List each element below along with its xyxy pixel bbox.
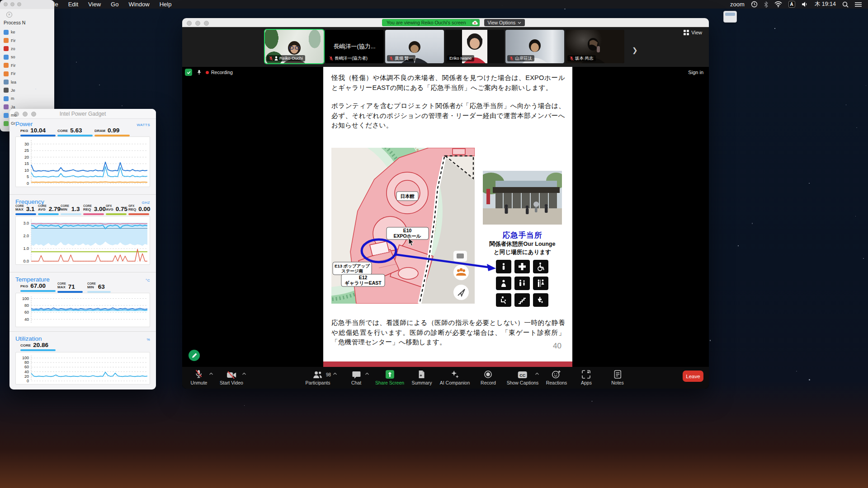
metric-value: 10.04	[30, 127, 46, 134]
participant-tile-yamagishi[interactable]: 山岸荘汰	[505, 30, 564, 63]
process-window-title: Process N	[4, 20, 25, 25]
temperature-title: Temperature	[15, 276, 50, 283]
stairs-icon	[514, 293, 530, 307]
bluetooth-icon[interactable]	[764, 1, 768, 8]
process-title-bar[interactable]	[0, 0, 54, 9]
expo-map: 日本館 E10 EXPOホール E13 ポップアップ ステージ南 E12 ギャラ…	[331, 148, 475, 304]
control-center-icon[interactable]	[855, 2, 862, 7]
pencil-icon	[192, 353, 197, 358]
process-name: Fir	[11, 63, 16, 68]
spotlight-icon[interactable]	[842, 1, 849, 8]
menu-view[interactable]: View	[83, 0, 106, 9]
captions-icon: CC	[518, 370, 528, 379]
participant-tile-hirohata[interactable]: 廣畑 賢一	[385, 30, 444, 63]
chat-icon	[352, 370, 361, 379]
svg-text:100: 100	[22, 296, 29, 301]
captions-options-chevron[interactable]	[535, 372, 539, 375]
zoom-window-controls[interactable]	[187, 21, 209, 26]
svg-text:30: 30	[24, 142, 29, 146]
app-icon	[4, 38, 9, 43]
wifi-icon[interactable]	[774, 1, 782, 7]
input-source-icon[interactable]: A	[788, 1, 795, 8]
annotate-pencil-button[interactable]	[189, 350, 200, 361]
app-icon	[4, 63, 9, 68]
menubar-clock[interactable]: 木 19:14	[815, 0, 836, 8]
share-screen-button[interactable]: Share Screen	[375, 370, 404, 385]
participant-tile-reiko[interactable]: Reiko Ouchi	[265, 30, 324, 63]
toolbar-label: Participants	[306, 380, 330, 385]
filmstrip-next-icon[interactable]: ❯	[632, 46, 638, 54]
start-video-button[interactable]: Start Video	[220, 370, 243, 385]
show-captions-button[interactable]: CC Show Captions	[507, 370, 539, 385]
chat-options-chevron[interactable]	[365, 372, 369, 375]
map-label-nihonkan: 日本館	[400, 193, 415, 199]
record-button[interactable]: Record	[481, 370, 496, 385]
muted-mic-icon	[509, 56, 514, 61]
app-icon	[4, 121, 9, 126]
metric-core-avg-ghz: COREAVG2.79	[38, 205, 59, 215]
unmute-options-chevron[interactable]	[209, 372, 213, 375]
muted-mic-icon	[570, 56, 574, 61]
toolbar-label: Show Captions	[507, 380, 539, 385]
reactions-icon	[552, 370, 561, 379]
toolbar-label: AI Companion	[440, 380, 470, 385]
toolbar-label: Record	[481, 380, 496, 385]
menu-help[interactable]: Help	[155, 0, 177, 9]
svg-text:5: 5	[27, 174, 29, 179]
summary-button[interactable]: Summary	[412, 370, 432, 385]
process-name: mo	[11, 113, 17, 117]
sign-in-link[interactable]: Sign in	[688, 70, 703, 75]
app-icon	[4, 80, 9, 84]
apps-button[interactable]: Apps	[581, 370, 592, 385]
participant-tile-eriko[interactable]: Eriko Iwane	[445, 30, 504, 63]
metric-core-max-ghz: COREMAX3.1	[15, 205, 36, 215]
svg-text:25: 25	[24, 148, 29, 153]
process-name: Fir	[11, 38, 16, 43]
map-label-e10-sub: EXPOホール	[393, 233, 421, 239]
zoom-title-bar[interactable]: You are viewing Reiko Ouchi's screen Vie…	[182, 18, 709, 27]
svg-text:0.0: 0.0	[23, 259, 29, 263]
time-machine-icon[interactable]	[751, 1, 758, 8]
notes-button[interactable]: Notes	[611, 370, 623, 385]
menu-edit[interactable]: Edit	[63, 0, 83, 9]
participants-options-chevron[interactable]	[333, 372, 337, 375]
ai-companion-button[interactable]: AI Companion	[440, 370, 470, 385]
utilization-title: Utilization	[15, 335, 42, 342]
temperature-unit: °C	[146, 278, 150, 282]
map-label-e13: E13 ポップアップ	[335, 263, 370, 268]
app-icon	[4, 71, 9, 76]
process-name: m	[11, 96, 14, 101]
zoom-menubar-item[interactable]: zoom	[730, 1, 745, 8]
video-options-chevron[interactable]	[242, 372, 246, 375]
menu-window[interactable]: Window	[123, 0, 154, 9]
participant-tile-nagashima[interactable]: 長嶋洋一(協力... 長嶋洋一(協力者)	[325, 30, 384, 63]
metric-label: DRAM	[94, 129, 105, 134]
reactions-button[interactable]: Reactions	[546, 370, 567, 385]
svg-text:20: 20	[24, 155, 29, 160]
muted-mic-icon	[269, 56, 273, 61]
svg-text:10: 10	[24, 168, 29, 173]
pin-icon[interactable]	[195, 69, 203, 76]
app-icon	[4, 104, 9, 109]
first-aid-subtitle-1: 関係者休憩所Our Lounge	[479, 240, 566, 248]
participant-tile-sakamoto[interactable]: 坂本 尚志	[566, 30, 624, 63]
view-label: View	[691, 30, 702, 35]
family-restroom-icon	[514, 277, 530, 290]
desktop: Finder File Edit View Go Window Help zoo…	[0, 0, 868, 488]
unmute-button[interactable]: Unmute	[191, 370, 208, 385]
info-icon	[496, 260, 511, 273]
menu-go[interactable]: Go	[106, 0, 123, 9]
volume-icon[interactable]	[802, 1, 808, 7]
close-icon[interactable]: ×	[6, 12, 12, 18]
utilization-section-header: Utilization %	[15, 335, 150, 342]
map-label-e12-sub: ギャラリーEAST	[344, 280, 382, 286]
security-shield-icon[interactable]	[185, 69, 192, 76]
nursing-room-icon	[496, 293, 511, 307]
view-options-dropdown[interactable]: View Options	[484, 19, 525, 26]
leave-button[interactable]: Leave	[683, 371, 703, 382]
map-controls[interactable]	[453, 251, 469, 300]
facility-pictogram-grid	[496, 260, 549, 307]
desktop-file-icon[interactable]	[723, 11, 737, 23]
view-layout-button[interactable]: View	[684, 30, 702, 35]
chat-button[interactable]: Chat	[351, 370, 361, 385]
